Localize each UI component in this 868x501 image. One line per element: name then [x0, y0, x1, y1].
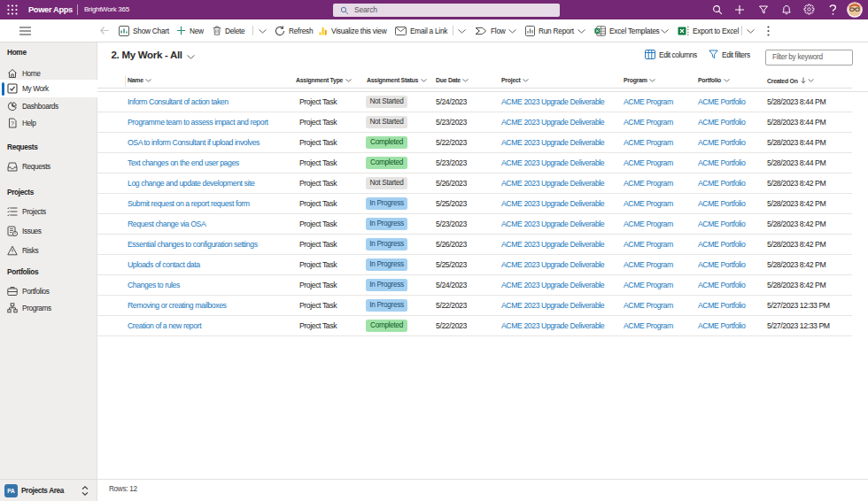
svg-text:?: ?: [11, 120, 14, 127]
